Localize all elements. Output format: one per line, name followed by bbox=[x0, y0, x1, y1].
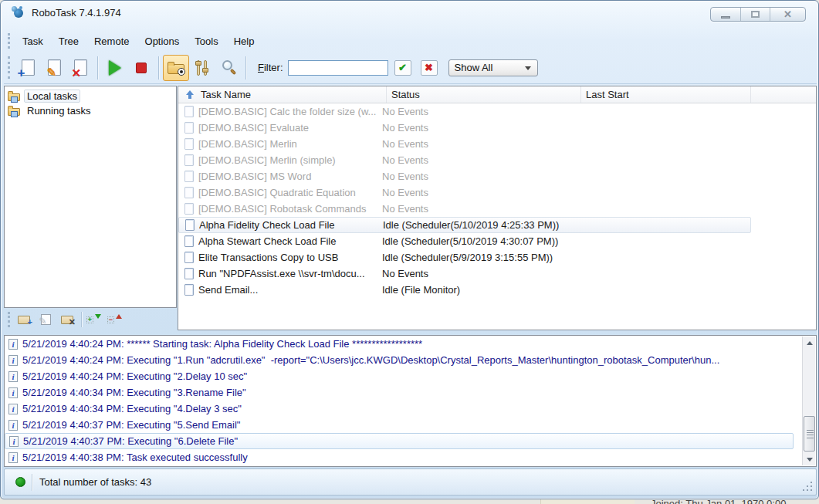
window-controls: ✕ bbox=[710, 7, 806, 22]
collapse-all-button[interactable]: − bbox=[107, 316, 122, 323]
edit-task-icon: ✎ bbox=[48, 59, 61, 76]
menu-items: TaskTreeRemoteOptionsToolsHelp bbox=[15, 32, 262, 50]
task-list-header: Task Name Status Last Start bbox=[178, 86, 816, 103]
log-entry[interactable]: i 5/21/2019 4:40:34 PM: Executing "3.Ren… bbox=[5, 384, 794, 401]
menu-item[interactable]: Remote bbox=[86, 32, 137, 50]
new-task-button[interactable]: + bbox=[15, 55, 41, 81]
column-header-task-name[interactable]: Task Name bbox=[178, 86, 387, 103]
table-row[interactable]: [DEMO.BASIC] Robotask Commands No Events bbox=[178, 201, 751, 217]
column-header-last-start[interactable]: Last Start bbox=[581, 86, 751, 103]
log-entry[interactable]: i 5/21/2019 4:40:37 PM: Executing "5.Sen… bbox=[5, 417, 794, 433]
close-button[interactable]: ✕ bbox=[770, 8, 805, 21]
apply-filter-button[interactable]: ✔ bbox=[394, 60, 411, 76]
column-header-status[interactable]: Status bbox=[387, 86, 581, 103]
table-row[interactable]: [DEMO.BASIC] Evaluate No Events bbox=[178, 120, 751, 136]
thumb-grip-icon bbox=[807, 430, 814, 438]
collapse-icon: − bbox=[107, 316, 114, 323]
check-icon: ✔ bbox=[398, 62, 407, 73]
menu-item[interactable]: Task bbox=[15, 32, 51, 50]
expand-all-button[interactable]: + bbox=[86, 316, 101, 323]
table-row[interactable]: [DEMO.BASIC] Merlin No Events bbox=[178, 136, 751, 152]
table-row[interactable]: [DEMO.BASIC] Calc the folder size (w... … bbox=[178, 103, 751, 120]
info-icon: i bbox=[8, 452, 18, 463]
info-icon: i bbox=[8, 339, 18, 350]
title-bar[interactable]: RoboTask 7.4.1.974 ✕ bbox=[1, 1, 818, 24]
search-button[interactable] bbox=[215, 55, 242, 81]
new-folder-button[interactable]: + bbox=[15, 312, 33, 327]
log-entry[interactable]: i 5/21/2019 4:40:24 PM: Executing "2.Del… bbox=[5, 368, 794, 384]
task-name-cell: Elite Transactions Copy to USB bbox=[198, 252, 382, 263]
log-entry[interactable]: i 5/21/2019 4:40:24 PM: Executing "1.Run… bbox=[5, 352, 794, 368]
scroll-up-button[interactable] bbox=[803, 337, 816, 349]
tree-item[interactable]: Running tasks bbox=[6, 103, 174, 118]
run-task-button[interactable] bbox=[102, 55, 128, 81]
log-entry[interactable]: i 5/21/2019 4:40:38 PM: Task executed su… bbox=[5, 449, 794, 465]
log-entries: i 5/21/2019 4:40:24 PM: ****** Starting … bbox=[5, 336, 816, 465]
task-status-cell: Idle (Scheduler(5/10/2019 4:30:07 PM)) bbox=[382, 235, 577, 247]
folder-computer-icon bbox=[8, 91, 21, 101]
edit-task-button[interactable]: ✎ bbox=[41, 55, 67, 81]
log-entry[interactable]: i 5/21/2019 4:40:37 PM: Executing "6.Del… bbox=[5, 433, 794, 449]
task-name-cell: Alpha Fidelity Check Load File bbox=[199, 219, 383, 231]
table-row[interactable]: Send Email... Idle (File Monitor) bbox=[178, 282, 751, 298]
stop-task-button[interactable] bbox=[128, 55, 154, 81]
scroll-down-button[interactable] bbox=[803, 453, 816, 465]
task-document-icon bbox=[184, 154, 194, 166]
resize-grip[interactable] bbox=[803, 482, 813, 492]
show-all-dropdown[interactable]: Show All bbox=[448, 59, 538, 76]
log-entry-text: 5/21/2019 4:40:38 PM: Task executed succ… bbox=[22, 452, 248, 463]
info-icon: i bbox=[8, 404, 18, 414]
task-document-icon bbox=[184, 203, 194, 215]
task-document-icon bbox=[184, 122, 194, 134]
options-button[interactable] bbox=[189, 55, 215, 81]
table-row[interactable]: Alpha Stewart Check Load File Idle (Sche… bbox=[178, 233, 751, 249]
run-icon bbox=[109, 60, 121, 76]
toolbar-grip[interactable] bbox=[8, 33, 10, 49]
toolbar-grip[interactable] bbox=[8, 312, 10, 327]
minimize-button[interactable] bbox=[711, 8, 740, 21]
edit-folder-button[interactable]: ✎ bbox=[36, 312, 55, 327]
task-view-toggle-button[interactable] bbox=[163, 55, 189, 81]
sliders-icon bbox=[195, 59, 210, 76]
task-status-cell: Idle (File Monitor) bbox=[382, 284, 577, 296]
edit-icon: ✎ bbox=[41, 314, 51, 325]
toolbar-separator bbox=[81, 312, 82, 327]
info-icon: i bbox=[8, 355, 18, 366]
menu-item[interactable]: Tree bbox=[51, 32, 86, 50]
table-row[interactable]: [DEMO.BASIC] Merlin (simple) No Events bbox=[178, 152, 751, 168]
menu-item[interactable]: Options bbox=[137, 32, 188, 50]
toolbar-grip[interactable] bbox=[8, 56, 10, 79]
task-name-cell: [DEMO.BASIC] Quadratic Equation bbox=[198, 187, 382, 198]
triangle-down-icon bbox=[807, 458, 813, 462]
info-icon: i bbox=[9, 436, 19, 447]
table-row[interactable]: [DEMO.BASIC] Quadratic Equation No Event… bbox=[178, 184, 751, 201]
log-scrollbar[interactable] bbox=[802, 337, 815, 465]
clear-filter-button[interactable]: ✖ bbox=[421, 60, 438, 76]
table-row[interactable]: Elite Transactions Copy to USB Idle (Sch… bbox=[178, 249, 751, 266]
task-status-cell: No Events bbox=[382, 187, 577, 198]
main-toolbar: + ✎ ✕ Filter: ✔ bbox=[4, 52, 817, 84]
menu-item[interactable]: Help bbox=[226, 32, 262, 50]
task-status-cell: Idle (Scheduler(5/10/2019 4:25:33 PM)) bbox=[383, 219, 577, 231]
app-logo-icon bbox=[12, 6, 25, 19]
task-document-icon bbox=[184, 268, 194, 279]
delete-task-button[interactable]: ✕ bbox=[67, 55, 93, 81]
log-entry[interactable]: i 5/21/2019 4:40:34 PM: Executing "4.Del… bbox=[5, 401, 794, 417]
menu-item[interactable]: Tools bbox=[187, 32, 225, 50]
filter-label: Filter: bbox=[258, 62, 283, 73]
table-row[interactable]: Run "NPDFAssist.exe \\svr-tm\docu... No … bbox=[178, 266, 751, 282]
task-tree-panel: Local tasks Running tasks bbox=[4, 86, 177, 308]
task-document-icon bbox=[184, 106, 194, 117]
task-rows: [DEMO.BASIC] Calc the folder size (w... … bbox=[178, 103, 816, 298]
log-entry[interactable]: i 5/21/2019 4:40:24 PM: ****** Starting … bbox=[5, 336, 794, 352]
log-panel: i 5/21/2019 4:40:24 PM: ****** Starting … bbox=[4, 335, 817, 467]
restore-button[interactable] bbox=[740, 8, 770, 21]
table-row[interactable]: [DEMO.BASIC] MS Word No Events bbox=[178, 168, 751, 184]
filter-input[interactable] bbox=[288, 60, 388, 76]
toolbar-separator bbox=[245, 56, 246, 79]
scrollbar-thumb[interactable] bbox=[804, 416, 815, 452]
delete-folder-button[interactable]: ✕ bbox=[58, 312, 76, 327]
total-tasks-text: Total number of tasks: 43 bbox=[39, 476, 151, 488]
tree-item[interactable]: Local tasks bbox=[6, 89, 174, 103]
table-row[interactable]: Alpha Fidelity Check Load File Idle (Sch… bbox=[178, 217, 751, 233]
